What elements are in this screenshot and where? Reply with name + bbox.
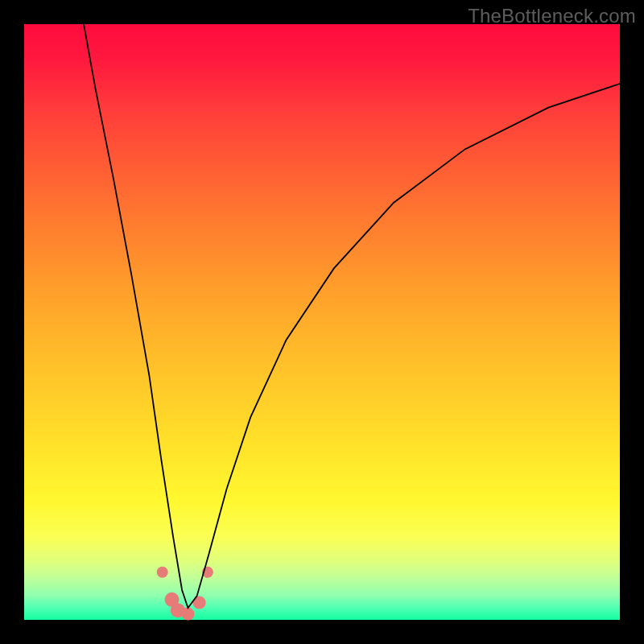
curve-marker	[182, 608, 195, 621]
marker-group	[157, 567, 213, 621]
curve-marker	[157, 567, 168, 578]
chart-svg	[24, 24, 620, 620]
bottleneck-curve	[84, 24, 620, 608]
